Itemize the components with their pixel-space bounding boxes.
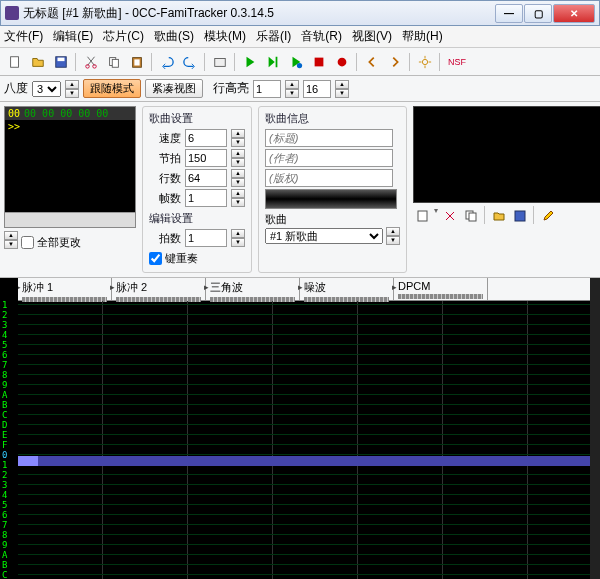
tempo-input[interactable]: [185, 149, 227, 167]
cursor-row: [18, 456, 590, 466]
tempo-spin[interactable]: ▲▼: [231, 149, 245, 167]
frame-scrollbar[interactable]: [5, 212, 135, 227]
song-dropdown-label: 歌曲: [265, 212, 400, 227]
stop-icon[interactable]: [308, 51, 329, 72]
inst-new-icon[interactable]: [413, 206, 432, 225]
inst-edit-icon[interactable]: [538, 206, 557, 225]
edit-settings-title: 编辑设置: [149, 211, 245, 226]
menu-view[interactable]: 视图(V): [352, 28, 392, 45]
new-icon[interactable]: [4, 51, 25, 72]
song-name-input[interactable]: [265, 129, 393, 147]
menu-instrument[interactable]: 乐器(I): [256, 28, 291, 45]
menu-song[interactable]: 歌曲(S): [154, 28, 194, 45]
song-copyright-input[interactable]: [265, 169, 393, 187]
channel-header-dpcm[interactable]: ▸DPCM: [394, 278, 488, 300]
svg-rect-18: [515, 211, 525, 221]
main-toolbar: NSF: [0, 48, 600, 76]
menu-chip[interactable]: 芯片(C): [103, 28, 144, 45]
open-icon[interactable]: [27, 51, 48, 72]
nsf-export-icon[interactable]: NSF: [444, 51, 470, 72]
svg-rect-9: [214, 58, 225, 66]
play-loop-icon[interactable]: [262, 51, 283, 72]
record-icon[interactable]: [331, 51, 352, 72]
frames-spin[interactable]: ▲▼: [231, 189, 245, 207]
svg-point-13: [337, 57, 346, 66]
row-highlight-label: 行高亮: [213, 80, 249, 97]
follow-mode-button[interactable]: 跟随模式: [83, 79, 141, 98]
pattern-vscroll[interactable]: [590, 278, 600, 579]
svg-rect-0: [10, 56, 18, 67]
menu-track[interactable]: 音轨(R): [301, 28, 342, 45]
play-pattern-icon[interactable]: [285, 51, 306, 72]
next-frame-icon[interactable]: [384, 51, 405, 72]
row-highlight-2-input[interactable]: [303, 80, 331, 98]
prev-frame-icon[interactable]: [361, 51, 382, 72]
play-icon[interactable]: [239, 51, 260, 72]
speed-spin[interactable]: ▲▼: [231, 129, 245, 147]
song-select[interactable]: #1 新歌曲: [265, 228, 383, 244]
row-highlight-1-input[interactable]: [253, 80, 281, 98]
inst-remove-icon[interactable]: [440, 206, 459, 225]
octave-select[interactable]: 3: [32, 81, 61, 97]
redo-icon[interactable]: [179, 51, 200, 72]
inst-clone-icon[interactable]: [461, 206, 480, 225]
window-title: 无标题 [#1 新歌曲] - 0CC-FamiTracker 0.3.14.5: [23, 5, 495, 22]
svg-rect-6: [112, 59, 118, 67]
menu-help[interactable]: 帮助(H): [402, 28, 443, 45]
wave-display: [265, 189, 397, 209]
menu-edit[interactable]: 编辑(E): [53, 28, 93, 45]
cursor-cell: [18, 456, 38, 466]
speed-input[interactable]: [185, 129, 227, 147]
rowhl2-spinner[interactable]: ▲▼: [335, 80, 349, 98]
app-icon: [5, 6, 19, 20]
change-all-checkbox[interactable]: [21, 236, 34, 249]
copy-icon[interactable]: [103, 51, 124, 72]
channel-header-pulse1[interactable]: ▸脉冲 1: [18, 278, 112, 300]
svg-rect-8: [134, 59, 139, 65]
settings-icon[interactable]: [414, 51, 435, 72]
module-props-icon[interactable]: [209, 51, 230, 72]
rows-spin[interactable]: ▲▼: [231, 169, 245, 187]
undo-icon[interactable]: [156, 51, 177, 72]
octave-spinner[interactable]: ▲▼: [65, 80, 79, 98]
key-repeat-checkbox[interactable]: [149, 252, 162, 265]
pattern-editor[interactable]: [18, 301, 590, 579]
frame-editor[interactable]: 0000 00 00 00 00 >>: [4, 106, 136, 228]
svg-point-14: [422, 59, 427, 64]
step-input[interactable]: [185, 229, 227, 247]
svg-rect-15: [418, 211, 427, 221]
svg-rect-2: [57, 57, 64, 61]
paste-icon[interactable]: [126, 51, 147, 72]
svg-rect-17: [469, 213, 476, 221]
row-labels: 123456789ABCDEF0123456789ABCDEF01: [0, 278, 18, 579]
channel-header-pulse2[interactable]: ▸脉冲 2: [112, 278, 206, 300]
step-spin[interactable]: ▲▼: [231, 229, 245, 247]
rows-input[interactable]: [185, 169, 227, 187]
frame-stepper[interactable]: ▲▼: [4, 231, 18, 249]
close-button[interactable]: ✕: [553, 4, 595, 23]
song-info-title: 歌曲信息: [265, 111, 400, 126]
song-artist-input[interactable]: [265, 149, 393, 167]
svg-rect-12: [314, 57, 323, 66]
song-spin[interactable]: ▲▼: [386, 227, 400, 245]
menu-file[interactable]: 文件(F): [4, 28, 43, 45]
compact-view-button[interactable]: 紧凑视图: [145, 79, 203, 98]
maximize-button[interactable]: ▢: [524, 4, 552, 23]
minimize-button[interactable]: —: [495, 4, 523, 23]
channel-header-noise[interactable]: ▸噪波: [300, 278, 394, 300]
change-all-label: 全部更改: [37, 235, 81, 250]
channel-header-triangle[interactable]: ▸三角波: [206, 278, 300, 300]
menu-bar: 文件(F) 编辑(E) 芯片(C) 歌曲(S) 模块(M) 乐器(I) 音轨(R…: [0, 26, 600, 48]
frames-input[interactable]: [185, 189, 227, 207]
sub-toolbar: 八度 3 ▲▼ 跟随模式 紧凑视图 行高亮 ▲▼ ▲▼: [0, 76, 600, 102]
rowhl1-spinner[interactable]: ▲▼: [285, 80, 299, 98]
cut-icon[interactable]: [80, 51, 101, 72]
inst-save-icon[interactable]: [510, 206, 529, 225]
menu-module[interactable]: 模块(M): [204, 28, 246, 45]
svg-point-11: [296, 62, 301, 67]
save-icon[interactable]: [50, 51, 71, 72]
octave-label: 八度: [4, 80, 28, 97]
song-settings-title: 歌曲设置: [149, 111, 245, 126]
instrument-list[interactable]: [413, 106, 600, 203]
inst-load-icon[interactable]: [489, 206, 508, 225]
